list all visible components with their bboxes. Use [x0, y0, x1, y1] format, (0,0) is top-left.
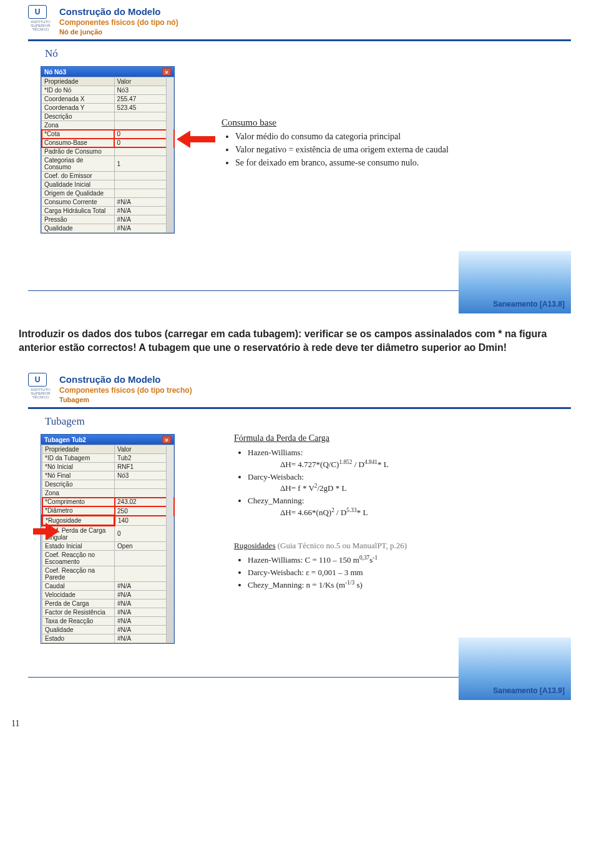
logo-wrap: U INSTITUTOSUPERIORTÉCNICO [28, 5, 53, 31]
page-number: 11 [11, 719, 19, 729]
table-row[interactable]: Perda de Carga#N/A [42, 599, 174, 608]
callout-title: Fórmula da Perda de Carga [234, 433, 546, 445]
table-row[interactable]: *Rugosidade140 [42, 516, 174, 526]
table-row[interactable]: *Cota0 [42, 130, 174, 139]
consumo-base-callout: Consumo base Valor médio do consumo da c… [222, 116, 546, 170]
red-arrow-icon [177, 131, 215, 148]
table-row[interactable]: Descrição [42, 480, 174, 489]
table-row[interactable]: Coef. Reacção no Escoamento [42, 551, 174, 566]
formula-callout: Fórmula da Perda de Carga Hazen-Williams… [234, 433, 546, 519]
table-row[interactable]: *Nó FinalNó3 [42, 471, 174, 480]
callout-title: Consumo base [222, 116, 546, 129]
table-row[interactable]: Estado InicialOpen [42, 542, 174, 551]
table-row[interactable]: Consumo-Base0 [42, 139, 174, 147]
table-row[interactable]: Velocidade#N/A [42, 591, 174, 599]
table-row[interactable]: Taxa de Reacção#N/A [42, 617, 174, 626]
table-row[interactable]: Coef. Perda de Carga Singular0 [42, 526, 174, 542]
table-row[interactable]: *ID da TubagemTub2 [42, 454, 174, 463]
rug-dw: Darcy-Weisbach: ε = 0,001 – 3 mm [248, 567, 558, 578]
dialog-title: Nó Nó3 [44, 69, 66, 76]
close-icon[interactable]: × [162, 68, 171, 76]
table-row[interactable]: Descrição [42, 112, 174, 121]
slide2-title: Construção do Modelo [59, 374, 192, 385]
callout-item: Se for deixado em branco, assume-se cons… [235, 157, 546, 169]
table-row[interactable]: Coordenada X255.47 [42, 95, 174, 104]
slide2-header: U INSTITUTOSUPERIORTÉCNICO Construção do… [28, 368, 571, 406]
slide2-body: Tubagen Tub2 × PropriedadeValor*ID da Tu… [28, 434, 571, 709]
callout-item: Valor negativo = existência de uma orige… [235, 144, 546, 156]
table-row[interactable]: Zona [42, 489, 174, 498]
dw-item: Darcy-Weisbach: ΔH= f * V2/2gD * L [248, 471, 546, 494]
slide2-footer-ref: Saneamento [A13.9] [493, 686, 565, 695]
slide2-sub2: Tubagem [59, 396, 192, 403]
table-row[interactable]: Coef. Reacção na Parede [42, 566, 174, 582]
slide1-footer-ref: Saneamento [A13.8] [493, 300, 565, 308]
table-row[interactable]: Qualidade#N/A [42, 224, 174, 233]
header-rule [28, 39, 571, 41]
slide1-sub2: Nó de junção [59, 28, 178, 36]
table-row[interactable]: Qualidade#N/A [42, 626, 174, 634]
rugosidades-callout: Rugosidades (Guia Técnico no.5 ou Manual… [234, 540, 558, 592]
slide1-sub1: Componentes físicos (do tipo nó) [59, 18, 178, 27]
table-row[interactable]: Estado#N/A [42, 634, 174, 643]
table-row[interactable]: *ID do NóNó3 [42, 86, 174, 95]
cm-item: Chezy_Manning: ΔH= 4.66*(nQ)2 / D5.33* L [248, 495, 546, 518]
table-row[interactable]: Factor de Resistência#N/A [42, 608, 174, 617]
node-properties-dialog[interactable]: Nó Nó3 × PropriedadeValor*ID do NóNó3Coo… [41, 66, 175, 234]
divider [28, 290, 459, 291]
table-header-cell: Valor [115, 445, 174, 454]
table-row[interactable]: Coef. do Emissor [42, 172, 174, 180]
dialog-titlebar[interactable]: Tubagen Tub2 × [41, 435, 174, 445]
pipe-properties-dialog[interactable]: Tubagen Tub2 × PropriedadeValor*ID da Tu… [41, 434, 175, 644]
table-row[interactable]: Coordenada Y523.45 [42, 104, 174, 112]
table-row[interactable]: *Diâmetro250 [42, 506, 174, 516]
table-row[interactable]: Zona [42, 121, 174, 130]
table-row[interactable]: Qualidade Inicial [42, 180, 174, 189]
slide1-title: Construção do Modelo [59, 6, 178, 17]
table-row[interactable]: Caudal#N/A [42, 582, 174, 591]
table-row[interactable]: Origem de Qualidade [42, 189, 174, 198]
table-row[interactable]: Pressão#N/A [42, 215, 174, 224]
red-arrow-icon [33, 523, 59, 540]
pipe-properties-table: PropriedadeValor*ID da TubagemTub2*Nó In… [41, 445, 174, 643]
table-row[interactable]: *Comprimento243.02 [42, 498, 174, 506]
rug-cm: Chezy_Manning: n = 1/Ks (m-1/3 s) [248, 579, 558, 591]
table-row[interactable]: Categorias de Consumo1 [42, 156, 174, 172]
table-row[interactable]: Carga Hidráulica Total#N/A [42, 207, 174, 215]
section-label-node: Nó [45, 47, 599, 60]
dialog-titlebar[interactable]: Nó Nó3 × [41, 67, 174, 77]
scrollbar[interactable] [166, 446, 173, 643]
callout-title: Rugosidades [234, 541, 275, 550]
header-rule [28, 407, 571, 409]
slide2-sub1: Componentes físicos (do tipo trecho) [59, 386, 192, 395]
section-label-tubagem: Tubagem [45, 415, 599, 428]
scrollbar[interactable] [166, 78, 173, 232]
divider [28, 677, 459, 678]
close-icon[interactable]: × [162, 436, 171, 443]
table-row[interactable]: Padrão de Consumo [42, 147, 174, 156]
instruction-paragraph: Introduzir os dados dos tubos (carregar … [19, 327, 580, 354]
callout-item: Valor médio do consumo da categoria prin… [235, 131, 546, 143]
table-header-cell: Propriedade [42, 77, 115, 86]
hw-item: Hazen-Williams: ΔH= 4.727*(Q/C)1.852 / D… [248, 447, 546, 470]
rug-hw: Hazen-Williams: C = 110 – 150 m0,37s-1 [248, 554, 558, 566]
ist-logo: U [28, 5, 47, 19]
slide1-body: Nó Nó3 × PropriedadeValor*ID do NóNó3Coo… [28, 66, 571, 310]
ist-logo: U [28, 373, 47, 387]
table-row[interactable]: Consumo Corrente#N/A [42, 198, 174, 207]
table-header-cell: Propriedade [42, 445, 115, 454]
table-header-cell: Valor [114, 77, 173, 86]
logo-wrap: U INSTITUTOSUPERIORTÉCNICO [28, 373, 53, 399]
dialog-title: Tubagen Tub2 [44, 436, 86, 443]
node-properties-table: PropriedadeValor*ID do NóNó3Coordenada X… [41, 77, 174, 233]
slide1-header: U INSTITUTOSUPERIORTÉCNICO Construção do… [28, 0, 571, 38]
table-row[interactable]: *Nó InicialRNF1 [42, 463, 174, 471]
